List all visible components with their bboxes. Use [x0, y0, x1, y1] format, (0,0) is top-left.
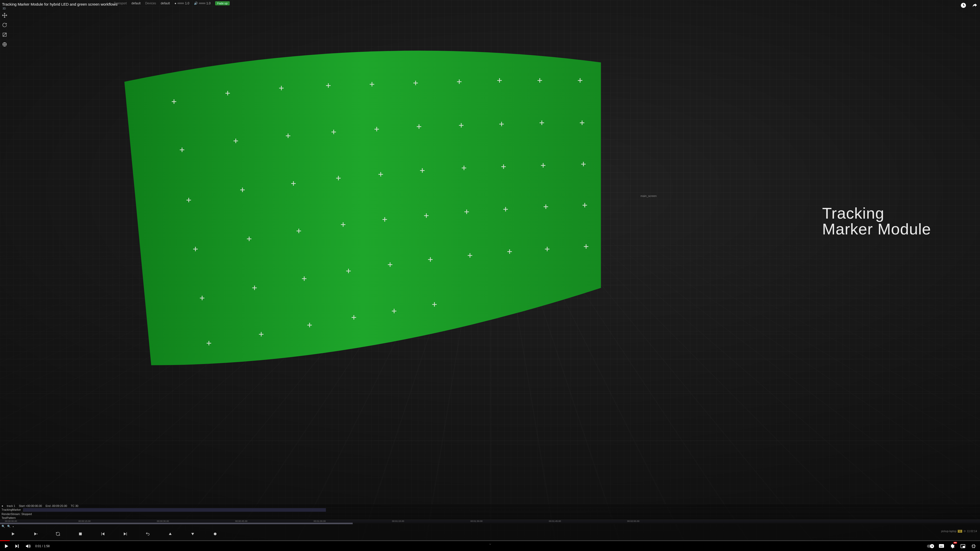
svg-text:+: + — [351, 313, 356, 322]
svg-text:+: + — [537, 76, 542, 85]
rotate-tool-icon[interactable] — [0, 21, 9, 29]
fade-up-button[interactable]: Fade up — [215, 1, 229, 5]
next-button-icon[interactable] — [14, 543, 21, 549]
svg-text:+: + — [285, 131, 291, 141]
video-player: { "yt": { "title": "Tracking Marker Modu… — [0, 0, 980, 551]
app-marker-up-icon[interactable] — [167, 531, 173, 537]
svg-text:+: + — [307, 320, 312, 330]
heading-line-2: Marker Module — [822, 221, 931, 237]
devices-label: Devices — [145, 2, 156, 5]
svg-text:+: + — [501, 162, 506, 171]
track-name[interactable]: track 1 — [7, 504, 15, 507]
settings-icon[interactable]: HD — [949, 543, 956, 549]
zoom-row: 🔍 🔍 ▪ — [0, 524, 980, 529]
app-prev-cue-icon[interactable] — [100, 531, 106, 537]
svg-text:+: + — [200, 293, 205, 303]
svg-text:+: + — [331, 127, 336, 137]
scrub-bar[interactable] — [0, 523, 980, 524]
youtube-video-title[interactable]: Tracking Marker Module for hybrid LED an… — [2, 2, 118, 6]
world-tool-icon[interactable] — [0, 40, 9, 48]
svg-text:+: + — [420, 165, 425, 175]
green-screen-wall: ++++++++++ ++++++++++ ++++++++++ +++++++… — [118, 43, 608, 378]
play-button-icon[interactable] — [3, 543, 10, 549]
svg-text:+: + — [541, 160, 546, 170]
svg-text:+: + — [577, 76, 583, 85]
exit-fullscreen-icon[interactable] — [970, 543, 977, 549]
svg-text:+: + — [458, 121, 464, 130]
svg-text:+: + — [499, 119, 504, 129]
video-content: ++++++++++ ++++++++++ ++++++++++ +++++++… — [0, 0, 980, 540]
level-slider-1[interactable]: ●1.0 — [175, 2, 189, 5]
tick: 00:02:00.00 — [627, 520, 640, 522]
svg-point-60 — [214, 533, 217, 535]
svg-text:+: + — [382, 214, 387, 224]
youtube-top-right — [959, 2, 978, 9]
tick: 00:00:30.00 — [157, 520, 169, 522]
view-mode-3d[interactable]: 3D — [3, 7, 6, 10]
scale-tool-icon[interactable] — [0, 30, 9, 39]
layer-row-1[interactable]: TrackingMarker — [0, 508, 980, 512]
transport-value[interactable]: default — [131, 2, 141, 5]
refresh-icon[interactable]: ⟳ — [964, 530, 966, 533]
host-footer: pickup-laptop 50 ⟳ 11:02:14 — [941, 530, 977, 533]
svg-text:+: + — [279, 83, 284, 93]
timeline-ruler[interactable]: 00:00:00.00 00:00:15.00 00:00:30.00 00:0… — [0, 519, 980, 524]
level-slider-2[interactable]: 🔊1.0 — [194, 2, 211, 5]
svg-text:+: + — [180, 145, 185, 155]
zoom-out-icon[interactable]: 🔍 — [7, 525, 11, 528]
app-record-icon[interactable] — [212, 531, 218, 537]
svg-text:+: + — [416, 122, 422, 131]
svg-text:+: + — [387, 260, 393, 269]
app-topbar: Transport default Devices default ●1.0 🔊… — [0, 0, 980, 6]
svg-text:+: + — [507, 247, 512, 256]
end-label: End -00:09:20.00 — [46, 504, 67, 507]
app-stop-icon[interactable] — [78, 531, 83, 537]
app-play-section-icon[interactable] — [33, 531, 38, 537]
transport-row — [0, 529, 980, 540]
layer-row-3[interactable]: TestPattern — [0, 516, 980, 519]
miniplayer-icon[interactable] — [959, 543, 966, 549]
svg-text:+: + — [413, 78, 418, 88]
svg-text:+: + — [464, 207, 469, 217]
svg-text:+: + — [467, 251, 473, 260]
mute-button-icon[interactable] — [24, 543, 31, 549]
svg-text:+: + — [336, 173, 341, 183]
zoom-in-icon[interactable]: 🔍 — [2, 525, 5, 528]
tick: 00:00:15.00 — [78, 520, 91, 522]
svg-text:CC: CC — [940, 545, 943, 547]
app-next-cue-icon[interactable] — [123, 531, 128, 537]
app-timeline: ● track 1 Start +00:00:00.00 End -00:09:… — [0, 504, 980, 540]
watch-later-icon[interactable] — [959, 2, 967, 9]
svg-text:+: + — [326, 81, 331, 90]
svg-text:+: + — [192, 244, 198, 254]
devices-value[interactable]: default — [161, 2, 170, 5]
heading-line-1: Tracking — [822, 205, 931, 221]
svg-text:+: + — [581, 159, 586, 169]
video-heading: Tracking Marker Module — [822, 205, 931, 237]
svg-text:+: + — [539, 118, 545, 127]
svg-text:+: + — [369, 79, 375, 89]
layer-row-2[interactable]: RenderStream: Stopped — [0, 512, 980, 516]
tick: 00:00:45.00 — [235, 520, 248, 522]
svg-rect-65 — [963, 546, 965, 548]
svg-text:+: + — [545, 244, 550, 254]
captions-icon[interactable]: CC — [938, 543, 945, 549]
svg-text:+: + — [579, 118, 585, 127]
svg-text:+: + — [225, 88, 231, 98]
svg-rect-59 — [79, 533, 82, 535]
autoplay-toggle[interactable] — [927, 545, 934, 548]
svg-text:+: + — [461, 163, 466, 173]
app-marker-down-icon[interactable] — [190, 531, 196, 537]
svg-text:+: + — [247, 234, 252, 244]
app-loop-icon[interactable] — [55, 531, 61, 537]
tick: 00:00:00.00 — [5, 520, 17, 522]
tick: 00:01:30.00 — [470, 520, 483, 522]
zoom-handle-icon[interactable]: ▪ — [13, 525, 14, 528]
screen-label: main_screen — [641, 194, 657, 197]
svg-point-58 — [37, 534, 38, 534]
svg-text:+: + — [582, 200, 587, 210]
share-icon[interactable] — [971, 2, 978, 9]
move-tool-icon[interactable] — [0, 11, 9, 19]
app-play-icon[interactable] — [10, 531, 16, 537]
app-undo-icon[interactable] — [145, 531, 151, 537]
